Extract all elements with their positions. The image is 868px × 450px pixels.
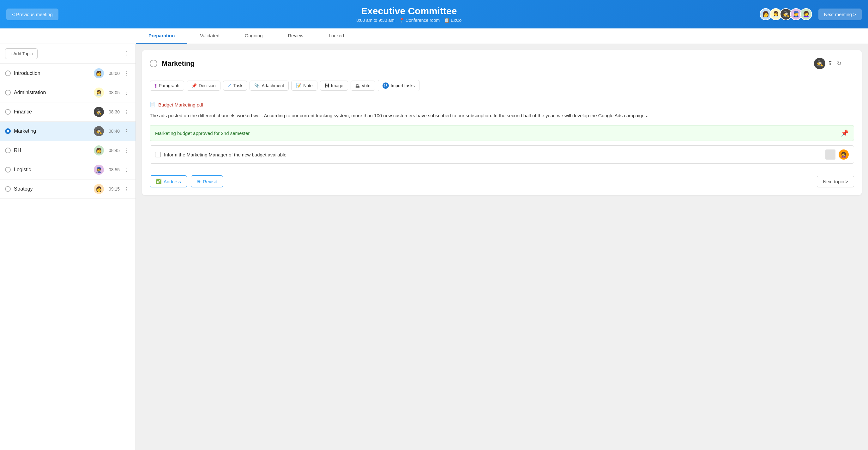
sidebar-item-finance[interactable]: Finance 🕵️ 08:30 ⋮ — [0, 102, 135, 122]
task-assignee-placeholder — [825, 149, 835, 159]
topic-owner-avatar: 🕵️ — [814, 58, 825, 69]
tab-review[interactable]: Review — [275, 28, 316, 43]
task-assignee-avatar: 👩‍🦱 — [839, 149, 849, 159]
pdf-icon: 📄 — [150, 102, 156, 108]
tab-validated[interactable]: Validated — [187, 28, 232, 43]
sidebar-item-rh[interactable]: RH 👩 08:45 ⋮ — [0, 141, 135, 160]
next-meeting-button[interactable]: Next meeting > — [818, 8, 862, 20]
sidebar-menu-button[interactable]: ⋮ — [122, 49, 130, 58]
topic-avatar-strategy: 👩 — [94, 184, 104, 194]
import-tasks-badge: 13 — [382, 83, 389, 89]
toolbar-import-tasks-button[interactable]: 13 Import tasks — [378, 80, 420, 91]
topic-radio-logistic — [5, 167, 11, 173]
note-label: Note — [303, 83, 313, 88]
revisit-label: Revisit — [203, 179, 217, 184]
attendee-avatars: 👩 👩‍💼 🕵️ 👮 👩‍🦱 — [760, 8, 812, 20]
task-row: Inform the Marketing Manager of the new … — [150, 145, 854, 164]
topic-card: Marketing 🕵️ 5' ↻ ⋮ ¶ Paragraph 📌 Decisi… — [142, 50, 862, 195]
paragraph-label: Paragraph — [159, 83, 179, 88]
toolbar-vote-button[interactable]: 🗳 Vote — [351, 81, 375, 91]
topic-menu-introduction[interactable]: ⋮ — [123, 70, 130, 77]
calendar-icon: 📋 — [444, 18, 450, 23]
decision-row: Marketing budget approved for 2nd semest… — [150, 125, 854, 141]
topic-avatar-marketing: 🕵️ — [94, 126, 104, 136]
topic-menu-finance[interactable]: ⋮ — [123, 109, 130, 116]
topic-time-strategy: 09:15 — [107, 186, 120, 191]
avatar: 👩‍🦱 — [800, 8, 812, 20]
meeting-title: Executive Committee — [58, 6, 760, 17]
topic-status-radio[interactable] — [150, 60, 157, 67]
address-button[interactable]: ✅ Address — [150, 175, 187, 187]
attachment-filename: Budget Marketing.pdf — [158, 102, 204, 108]
decision-approved-icon: 📌 — [841, 129, 849, 137]
header-center: Executive Committee 8:00 am to 9:30 am 📍… — [58, 6, 760, 23]
topic-more-button[interactable]: ⋮ — [846, 59, 854, 68]
sidebar-item-administration[interactable]: Administration 👩‍💼 08:05 ⋮ — [0, 83, 135, 102]
topic-time-marketing: 08:40 — [107, 129, 120, 134]
topic-name-marketing: Marketing — [14, 128, 91, 134]
paragraph-icon: ¶ — [154, 83, 157, 88]
topic-name-finance: Finance — [14, 109, 91, 115]
decision-label: Decision — [199, 83, 216, 88]
decision-icon: 📌 — [191, 83, 197, 88]
revisit-button[interactable]: ⊕ Revisit — [191, 175, 223, 187]
topic-avatar-introduction: 👩 — [94, 68, 104, 78]
image-label: Image — [331, 83, 343, 88]
refresh-timer-button[interactable]: ↻ — [835, 59, 843, 68]
topic-menu-logistic[interactable]: ⋮ — [123, 166, 130, 174]
revisit-icon: ⊕ — [197, 179, 201, 184]
topic-avatar-rh: 👩 — [94, 145, 104, 155]
location-icon: 📍 — [399, 18, 404, 23]
toolbar-paragraph-button[interactable]: ¶ Paragraph — [150, 81, 184, 91]
vote-icon: 🗳 — [355, 83, 360, 88]
note-icon: 📝 — [296, 83, 301, 88]
topic-name-strategy: Strategy — [14, 186, 91, 192]
tab-preparation[interactable]: Preparation — [136, 28, 187, 43]
topic-radio-introduction — [5, 70, 11, 76]
address-icon: ✅ — [156, 179, 162, 184]
sidebar-header: + Add Topic ⋮ — [0, 44, 135, 64]
toolbar-note-button[interactable]: 📝 Note — [291, 81, 317, 91]
topic-avatar-administration: 👩‍💼 — [94, 88, 104, 98]
topic-name-administration: Administration — [14, 90, 91, 95]
topic-menu-strategy[interactable]: ⋮ — [123, 185, 130, 193]
tabs-bar: Preparation Validated Ongoing Review Loc… — [0, 28, 868, 44]
sidebar-item-strategy[interactable]: Strategy 👩 09:15 ⋮ — [0, 179, 135, 199]
topic-name-introduction: Introduction — [14, 70, 91, 76]
sidebar-item-introduction[interactable]: Introduction 👩 08:00 ⋮ — [0, 64, 135, 83]
topic-time-finance: 08:30 — [107, 109, 120, 114]
next-topic-button[interactable]: Next topic > — [817, 176, 854, 187]
prev-meeting-button[interactable]: < Previous meeting — [6, 8, 58, 20]
timer-display: 5' — [829, 61, 832, 66]
add-topic-button[interactable]: + Add Topic — [5, 48, 38, 59]
topic-menu-marketing[interactable]: ⋮ — [123, 128, 130, 135]
toolbar-attachment-button[interactable]: 📎 Attachment — [250, 81, 289, 91]
topic-time-introduction: 08:00 — [107, 71, 120, 76]
toolbar-image-button[interactable]: 🖼 Image — [320, 81, 348, 91]
toolbar-task-button[interactable]: ✓ Task — [223, 81, 247, 91]
topic-menu-administration[interactable]: ⋮ — [123, 89, 130, 96]
topic-name-logistic: Logistic — [14, 167, 91, 173]
task-icon: ✓ — [228, 83, 231, 88]
footer-left-actions: ✅ Address ⊕ Revisit — [150, 175, 223, 187]
decision-text: Marketing budget approved for 2nd semest… — [155, 130, 838, 136]
topic-radio-administration — [5, 90, 11, 95]
main-layout: + Add Topic ⋮ Introduction 👩 08:00 ⋮ Adm… — [0, 44, 868, 450]
tab-ongoing[interactable]: Ongoing — [232, 28, 275, 43]
task-checkbox[interactable] — [155, 152, 161, 157]
sidebar-item-marketing[interactable]: Marketing 🕵️ 08:40 ⋮ — [0, 122, 135, 141]
meeting-subtitle: 8:00 am to 9:30 am 📍 Conference room 📋 E… — [58, 18, 760, 23]
tab-locked[interactable]: Locked — [316, 28, 356, 43]
vote-label: Vote — [362, 83, 371, 88]
meeting-time: 8:00 am to 9:30 am — [356, 18, 395, 23]
topic-card-actions: 🕵️ 5' ↻ ⋮ — [814, 58, 854, 69]
attachment-row[interactable]: 📄 Budget Marketing.pdf — [150, 102, 854, 108]
header: < Previous meeting Executive Committee 8… — [0, 0, 868, 28]
attachment-label: Attachment — [261, 83, 284, 88]
task-text: Inform the Marketing Manager of the new … — [164, 152, 822, 157]
sidebar-item-logistic[interactable]: Logistic 👮 08:55 ⋮ — [0, 160, 135, 179]
toolbar-decision-button[interactable]: 📌 Decision — [187, 81, 220, 91]
topic-name-rh: RH — [14, 148, 91, 153]
topic-menu-rh[interactable]: ⋮ — [123, 147, 130, 154]
topic-time-logistic: 08:55 — [107, 167, 120, 172]
